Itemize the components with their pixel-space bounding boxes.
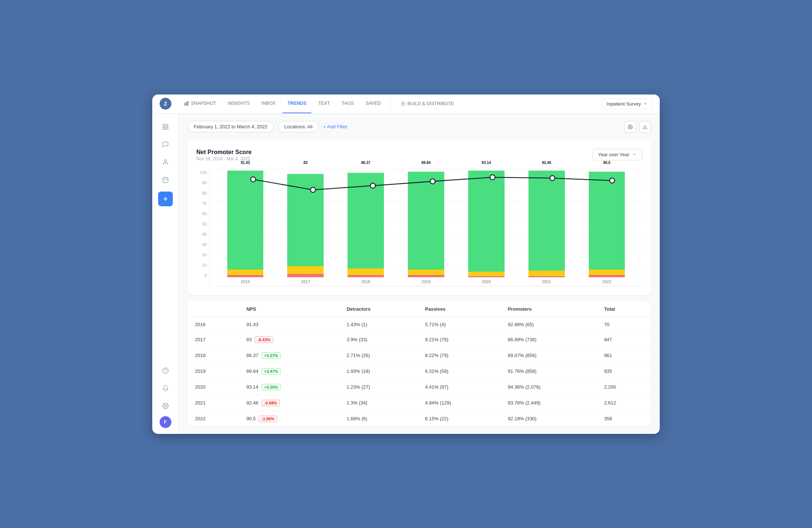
table-row: 202093.14+3.30%1.23% (27)4.41% (97)94.36… bbox=[188, 379, 651, 395]
nav-trends[interactable]: TRENDS bbox=[282, 94, 311, 114]
nav-text[interactable]: TEXT bbox=[313, 94, 335, 114]
cell-nps: 90.5-1.96% bbox=[239, 411, 339, 427]
svg-rect-9 bbox=[163, 178, 168, 183]
sidebar-icon-add[interactable] bbox=[158, 192, 173, 206]
x-label-2020: 2020 bbox=[458, 277, 514, 286]
save-filter-button[interactable] bbox=[624, 121, 636, 133]
sidebar-icon-grid[interactable] bbox=[158, 119, 173, 134]
cell-total: 961 bbox=[597, 347, 651, 363]
cell-year: 2019 bbox=[188, 363, 239, 379]
download-filter-button[interactable] bbox=[639, 121, 651, 133]
bar-group-2022: 90.5 bbox=[579, 169, 635, 277]
bar-stack-2019 bbox=[408, 172, 444, 277]
cell-promoters: 89.07% (856) bbox=[501, 347, 597, 363]
svg-rect-6 bbox=[163, 127, 165, 129]
bar-group-2017: 83 bbox=[278, 169, 334, 277]
svg-rect-4 bbox=[163, 124, 165, 126]
chart-header: Net Promoter Score Nov 16, 2016 - Mar 4,… bbox=[196, 149, 642, 161]
cell-year: 2018 bbox=[188, 347, 239, 363]
cell-promoters: 91.76% (858) bbox=[501, 363, 597, 379]
svg-rect-5 bbox=[166, 124, 168, 126]
nav-insights[interactable]: INSIGHTS bbox=[223, 94, 255, 114]
x-label-2021: 2021 bbox=[519, 277, 574, 286]
sidebar: F bbox=[152, 114, 179, 434]
cell-detractors: 3.9% (33) bbox=[339, 332, 417, 347]
sidebar-icon-calendar[interactable] bbox=[158, 172, 173, 187]
nav-build[interactable]: BUILD & DISTRIBUTE bbox=[395, 94, 459, 114]
cell-promoters: 92.18% (330) bbox=[501, 411, 597, 427]
sidebar-icon-user[interactable] bbox=[158, 155, 173, 170]
table-row: 201691.431.43% (1)5.71% (4)92.86% (65)70 bbox=[188, 317, 651, 332]
bar-group-2018: 86.37 bbox=[338, 169, 394, 277]
cell-nps: 92.46-0.68% bbox=[239, 395, 339, 411]
cell-detractors: 1.23% (27) bbox=[339, 379, 417, 395]
x-label-2016: 2016 bbox=[217, 277, 273, 286]
cell-nps: 91.43 bbox=[239, 317, 339, 332]
cell-year: 2021 bbox=[188, 395, 239, 411]
cell-total: 935 bbox=[597, 363, 651, 379]
bar-label-2017: 83 bbox=[303, 161, 307, 165]
bar-label-2021: 92.46 bbox=[542, 161, 551, 165]
date-range-filter[interactable]: February 1, 2022 to March 4, 2022 bbox=[188, 121, 274, 132]
main-layout: F February 1, 2022 to March 4, 2022 Loca… bbox=[152, 114, 660, 434]
x-label-2017: 2017 bbox=[278, 277, 334, 286]
th-nps: NPS bbox=[239, 301, 339, 317]
survey-selector[interactable]: Inpatient Survey bbox=[602, 99, 652, 109]
cell-total: 2,200 bbox=[597, 379, 651, 395]
th-promoters: Promoters bbox=[501, 301, 597, 317]
bar-group-2020: 93.14 bbox=[458, 169, 514, 277]
table-row: 201783-8.43%3.9% (33)9.21% (78)86.89% (7… bbox=[188, 332, 651, 347]
bar-label-2022: 90.5 bbox=[603, 161, 610, 165]
x-label-2018: 2018 bbox=[338, 277, 394, 286]
svg-rect-7 bbox=[166, 127, 168, 129]
sidebar-icon-chat[interactable] bbox=[158, 137, 173, 152]
cell-year: 2022 bbox=[188, 411, 239, 427]
chart-container: 100 90 80 70 60 50 40 30 20 10 0 bbox=[196, 169, 642, 286]
add-filter-button[interactable]: + Add Filter bbox=[323, 124, 348, 129]
sidebar-icon-help[interactable] bbox=[158, 363, 173, 378]
sidebar-icon-settings[interactable] bbox=[158, 399, 173, 413]
bar-label-2019: 89.84 bbox=[421, 161, 431, 165]
location-filter[interactable]: Locations: All bbox=[278, 121, 319, 132]
nav-tags[interactable]: TAGS bbox=[336, 94, 359, 114]
bar-group-2016: 91.43 bbox=[217, 169, 273, 277]
top-nav: Z SNAPSHOT INSIGHTS INBOX TRENDS TEXT TA… bbox=[152, 94, 660, 114]
cell-nps: 83-8.43% bbox=[239, 332, 339, 347]
year-selector[interactable]: Year over Year bbox=[592, 149, 642, 160]
cell-detractors: 1.68% (6) bbox=[339, 411, 417, 427]
table-row: 202192.46-0.68%1.3% (34)4.94% (129)93.76… bbox=[188, 395, 651, 411]
cell-promoters: 92.86% (65) bbox=[501, 317, 597, 332]
sidebar-icon-bell[interactable] bbox=[158, 381, 173, 396]
cell-detractors: 1.43% (1) bbox=[339, 317, 417, 332]
nps-badge: -0.68% bbox=[261, 400, 280, 406]
bar-label-2016: 91.43 bbox=[241, 161, 250, 165]
cell-passives: 4.94% (129) bbox=[418, 395, 501, 411]
cell-total: 2,612 bbox=[597, 395, 651, 411]
cell-passives: 6.15% (22) bbox=[418, 411, 501, 427]
nav-snapshot[interactable]: SNAPSHOT bbox=[179, 94, 221, 114]
cell-year: 2020 bbox=[188, 379, 239, 395]
cell-nps: 86.37+3.37% bbox=[239, 347, 339, 363]
chart-area: 100 90 80 70 60 50 40 30 20 10 0 bbox=[196, 169, 642, 286]
cell-total: 70 bbox=[597, 317, 651, 332]
nav-inbox[interactable]: INBOX bbox=[256, 94, 281, 114]
bar-stack-2020 bbox=[468, 171, 505, 277]
svg-point-3 bbox=[402, 103, 404, 104]
bar-stack-2017 bbox=[287, 174, 324, 277]
bar-label-2020: 93.14 bbox=[482, 161, 491, 165]
svg-rect-1 bbox=[186, 102, 187, 105]
cell-promoters: 93.76% (2,449) bbox=[501, 395, 597, 411]
nps-badge: +3.47% bbox=[261, 368, 281, 375]
cell-detractors: 1.3% (34) bbox=[339, 395, 417, 411]
cell-passives: 8.22% (79) bbox=[418, 347, 501, 363]
th-year bbox=[188, 301, 239, 317]
cell-passives: 4.41% (97) bbox=[418, 379, 501, 395]
cell-detractors: 1.93% (18) bbox=[339, 363, 417, 379]
cell-passives: 5.71% (4) bbox=[418, 317, 501, 332]
svg-point-8 bbox=[164, 160, 167, 162]
nav-saved[interactable]: SAVED bbox=[360, 94, 386, 114]
svg-rect-0 bbox=[185, 103, 185, 105]
sidebar-avatar[interactable]: F bbox=[160, 416, 171, 428]
bar-label-2018: 86.37 bbox=[361, 161, 370, 165]
cell-nps: 89.84+3.47% bbox=[239, 363, 339, 379]
